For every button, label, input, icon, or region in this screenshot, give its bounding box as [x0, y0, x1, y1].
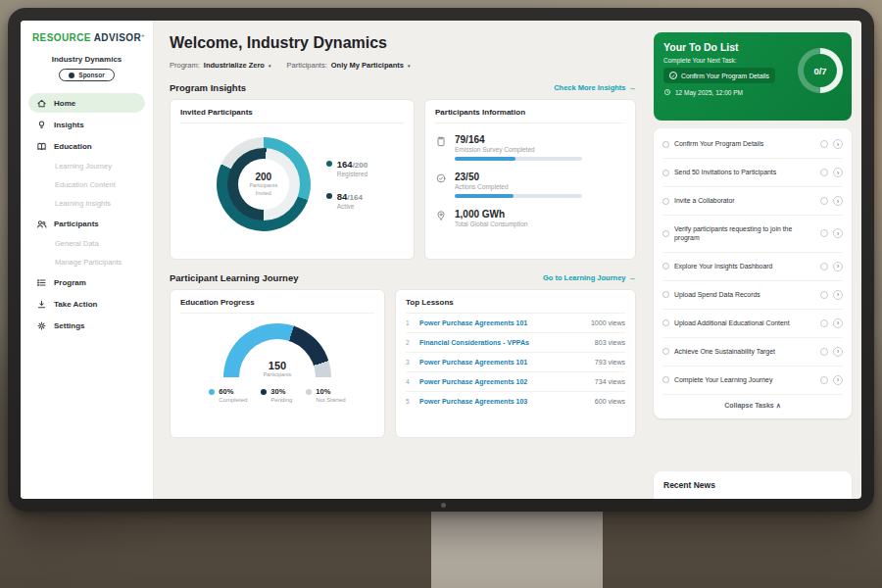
lesson-row[interactable]: 1 Power Purchase Agreements 101 1000 vie… — [406, 314, 625, 333]
lesson-title-link[interactable]: Power Purchase Agreements 103 — [419, 398, 589, 405]
lesson-title-link[interactable]: Power Purchase Agreements 102 — [419, 378, 589, 385]
sidebar-item-learning-insights[interactable]: Learning Insights — [28, 195, 145, 212]
chevron-right-icon[interactable]: › — [833, 228, 843, 238]
sidebar-item-education-content[interactable]: Education Content — [28, 176, 145, 193]
lesson-title-link[interactable]: Power Purchase Agreements 101 — [419, 319, 585, 326]
sponsor-label: Sponsor — [78, 72, 104, 78]
program-filter-value: Industrialize Zero — [204, 61, 265, 70]
caret-down-icon[interactable]: ▾ — [408, 63, 411, 69]
donut: 200 Participants Invited — [217, 137, 311, 231]
lesson-views: 803 views — [595, 339, 625, 346]
chevron-right-icon[interactable]: › — [833, 196, 843, 206]
nav-label: Insights — [54, 121, 84, 129]
chevron-right-icon[interactable]: › — [833, 347, 843, 357]
program-insights-header: Program Insights Check More Insights → — [170, 82, 636, 93]
lesson-title-link[interactable]: Power Purchase Agreements 101 — [419, 359, 589, 366]
task-label: Send 50 Invitations to Participants — [674, 168, 815, 176]
sidebar-item-general-data[interactable]: General Data — [28, 235, 145, 252]
task-checkbox[interactable] — [662, 198, 669, 205]
legend-total: /200 — [353, 161, 368, 170]
task-row[interactable]: Send 50 Invitations to Participants › — [662, 159, 843, 187]
lesson-row[interactable]: 4 Power Purchase Agreements 102 734 view… — [406, 372, 625, 392]
sidebar-item-home[interactable]: Home — [28, 93, 145, 113]
lesson-views: 1000 views — [591, 319, 625, 326]
task-checkbox[interactable] — [662, 319, 669, 326]
nav-label: Participants — [54, 220, 99, 228]
task-label: Verify participants requesting to join t… — [674, 224, 815, 243]
sidebar-item-manage-participants[interactable]: Manage Participants — [28, 254, 145, 270]
nav-label: Manage Participants — [55, 258, 122, 267]
chevron-right-icon[interactable]: › — [833, 375, 843, 385]
chevron-right-icon[interactable]: › — [833, 262, 843, 271]
go-to-learning-journey-link[interactable]: Go to Learning Journey → — [543, 273, 636, 282]
donut-center-value: 200 — [255, 172, 271, 182]
task-checkbox[interactable] — [662, 348, 669, 355]
task-row[interactable]: Complete Your Learning Journey › — [662, 367, 843, 395]
sidebar-item-insights[interactable]: Insights — [28, 115, 145, 134]
legend-dot — [261, 389, 267, 395]
task-row[interactable]: Explore Your Insights Dashboard › — [662, 253, 843, 281]
task-count-icon — [820, 291, 828, 299]
participants-filter[interactable]: Participants: Only My Participants ▾ — [286, 61, 410, 70]
todo-progress-ring: 0/7 — [798, 48, 843, 93]
task-row[interactable]: Invite a Collaborator › — [662, 187, 843, 216]
check-more-insights-link[interactable]: Check More Insights → — [554, 83, 636, 92]
task-count-icon — [820, 197, 828, 205]
nav-label: Education Content — [55, 180, 116, 189]
program-filter[interactable]: Program: Industrialize Zero ▾ — [170, 61, 270, 70]
next-task-label: Confirm Your Program Details — [681, 73, 769, 79]
task-checkbox[interactable] — [662, 291, 669, 298]
chevron-right-icon[interactable]: › — [833, 139, 843, 149]
lesson-row[interactable]: 2 Financial Considerations - VPPAs 803 v… — [406, 333, 625, 353]
nav-label: General Data — [55, 239, 99, 248]
collapse-label: Collapse Tasks — [724, 402, 773, 409]
top-lessons-card: Top Lessons 1 Power Purchase Agreements … — [395, 289, 636, 438]
task-row[interactable]: Upload Additional Educational Content › — [662, 310, 843, 338]
legend-active: 84/164 Active — [326, 191, 368, 210]
donut-legend: 164/200 Registered 84/164 Active — [326, 159, 368, 210]
program-filter-label: Program: — [170, 61, 200, 70]
task-row[interactable]: Verify participants requesting to join t… — [662, 216, 843, 253]
collapse-tasks-button[interactable]: Collapse Tasks ∧ — [662, 395, 843, 416]
lesson-rank: 3 — [406, 359, 414, 366]
sidebar-item-take-action[interactable]: Take Action — [28, 294, 145, 314]
task-row[interactable]: Upload Spend Data Records › — [662, 281, 843, 310]
task-label: Explore Your Insights Dashboard — [674, 262, 815, 270]
task-row[interactable]: Achieve One Sustainability Target › — [662, 338, 843, 367]
progress-track — [455, 157, 582, 161]
task-checkbox[interactable] — [662, 376, 669, 383]
legend-label: Not Started — [316, 397, 345, 403]
progress-track — [455, 194, 582, 198]
sidebar-item-program[interactable]: Program — [28, 272, 145, 292]
stat-value: 23/50 — [455, 172, 582, 182]
stat-label: Actions Completed — [455, 183, 582, 190]
clipboard-icon — [435, 135, 447, 147]
task-checkbox[interactable] — [662, 263, 669, 270]
brand-plus: + — [141, 32, 145, 38]
chevron-right-icon[interactable]: › — [833, 318, 843, 328]
location-pin-icon — [435, 210, 447, 221]
lesson-row[interactable]: 3 Power Purchase Agreements 101 793 view… — [406, 353, 625, 372]
chevron-right-icon[interactable]: › — [833, 290, 843, 300]
arrow-right-icon: → — [629, 83, 637, 92]
app-window: RESOURCE ADVISOR+ Industry Dynamics Spon… — [21, 21, 861, 499]
recent-news-header[interactable]: Recent News — [654, 471, 852, 499]
sidebar-item-settings[interactable]: Settings — [28, 316, 145, 335]
task-row[interactable]: Confirm Your Program Details › — [662, 130, 843, 159]
sidebar-item-learning-journey[interactable]: Learning Journey — [28, 158, 145, 174]
lesson-title-link[interactable]: Financial Considerations - VPPAs — [419, 339, 589, 346]
invited-participants-card: Invited Participants 200 Participants In… — [170, 99, 415, 260]
sidebar-item-participants[interactable]: Participants — [28, 214, 145, 233]
participants-filter-label: Participants: — [286, 61, 326, 70]
sidebar-item-education[interactable]: Education — [28, 136, 145, 156]
lesson-row[interactable]: 5 Power Purchase Agreements 103 600 view… — [406, 392, 625, 411]
gauge-center-value: 150 — [269, 360, 286, 371]
caret-down-icon[interactable]: ▾ — [269, 63, 271, 69]
task-checkbox[interactable] — [662, 230, 669, 237]
task-checkbox[interactable] — [662, 170, 669, 176]
next-task-pill[interactable]: ✓ Confirm Your Program Details — [663, 68, 775, 83]
progress-fill — [455, 157, 515, 161]
legend-pct: 30% — [270, 387, 292, 396]
chevron-right-icon[interactable]: › — [833, 168, 843, 177]
task-checkbox[interactable] — [662, 141, 669, 148]
